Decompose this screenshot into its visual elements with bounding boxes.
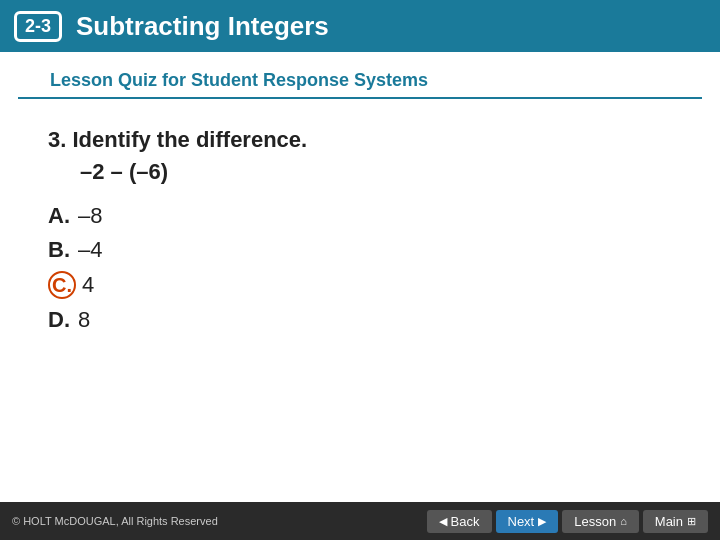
main-content: 3. Identify the difference. –2 – (–6) A.… xyxy=(0,99,720,351)
next-button[interactable]: Next ▶ xyxy=(496,510,559,533)
main-icon: ⊞ xyxy=(687,515,696,528)
answer-d[interactable]: D. 8 xyxy=(48,307,672,333)
lesson-button[interactable]: Lesson ⌂ xyxy=(562,510,639,533)
answer-letter-c: C. xyxy=(48,271,76,299)
lesson-label: Lesson xyxy=(574,514,616,529)
lesson-icon: ⌂ xyxy=(620,515,627,527)
lesson-subtitle: Lesson Quiz for Student Response Systems xyxy=(18,52,702,99)
answer-b[interactable]: B. –4 xyxy=(48,237,672,263)
header-bar: 2-3 Subtracting Integers xyxy=(0,0,720,52)
question-number: 3. xyxy=(48,127,66,152)
back-arrow-icon: ◀ xyxy=(439,515,447,528)
answer-letter-b: B. xyxy=(48,237,70,263)
answer-value-a: –8 xyxy=(78,203,102,229)
answer-c[interactable]: C. 4 xyxy=(48,271,672,299)
answer-value-d: 8 xyxy=(78,307,90,333)
question-body: Identify the difference. xyxy=(72,127,307,152)
answer-value-b: –4 xyxy=(78,237,102,263)
answer-letter-a: A. xyxy=(48,203,70,229)
back-button[interactable]: ◀ Back xyxy=(427,510,492,533)
header-title: Subtracting Integers xyxy=(76,11,329,42)
answer-value-c: 4 xyxy=(82,272,94,298)
main-label: Main xyxy=(655,514,683,529)
main-button[interactable]: Main ⊞ xyxy=(643,510,708,533)
next-label: Next xyxy=(508,514,535,529)
lesson-badge: 2-3 xyxy=(14,11,62,42)
question-expression: –2 – (–6) xyxy=(80,159,672,185)
question-text: 3. Identify the difference. xyxy=(48,127,672,153)
copyright-text: © HOLT McDOUGAL, All Rights Reserved xyxy=(12,515,218,527)
answer-a[interactable]: A. –8 xyxy=(48,203,672,229)
answer-letter-d: D. xyxy=(48,307,70,333)
nav-buttons: ◀ Back Next ▶ Lesson ⌂ Main ⊞ xyxy=(427,510,708,533)
answer-list: A. –8 B. –4 C. 4 D. 8 xyxy=(48,203,672,333)
back-label: Back xyxy=(451,514,480,529)
footer-bar: © HOLT McDOUGAL, All Rights Reserved ◀ B… xyxy=(0,502,720,540)
next-arrow-icon: ▶ xyxy=(538,515,546,528)
